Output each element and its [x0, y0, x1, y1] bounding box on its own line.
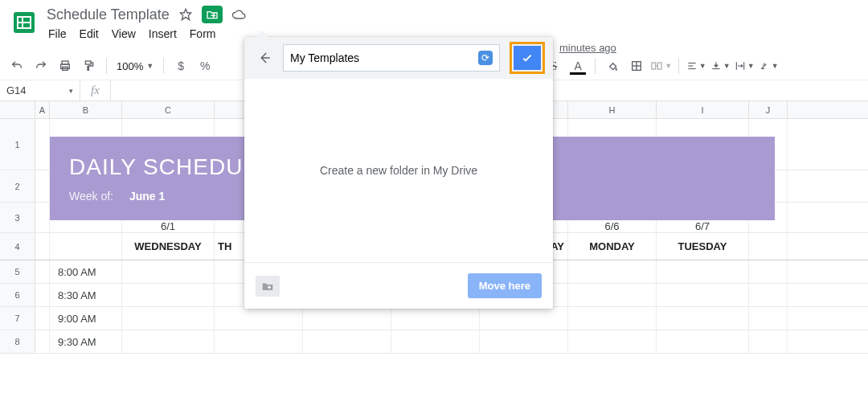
row-header[interactable]: 5	[0, 260, 35, 283]
text-color-button[interactable]: A	[567, 55, 588, 76]
toolbar-separator	[678, 58, 679, 74]
move-here-button[interactable]: Move here	[468, 273, 542, 298]
chevron-down-icon: ▼	[723, 62, 731, 70]
row-header[interactable]: 4	[0, 233, 35, 260]
move-file-popover: ⟳ Create a new folder in My Drive Move h…	[244, 37, 553, 309]
time-cell[interactable]: 8:00 AM	[50, 260, 122, 283]
toolbar-separator	[163, 58, 164, 74]
horizontal-align-button[interactable]: ▼	[686, 55, 706, 76]
text-rotation-button[interactable]: A▼	[758, 55, 779, 76]
folder-name-input-wrap: ⟳	[283, 44, 500, 72]
cloud-saved-icon[interactable]	[231, 6, 247, 23]
menu-view[interactable]: View	[112, 27, 136, 40]
folder-name-input[interactable]	[290, 51, 478, 64]
col-header[interactable]: C	[122, 101, 215, 118]
time-cell[interactable]: 9:00 AM	[50, 307, 122, 330]
zoom-value: 100%	[117, 60, 143, 72]
text-wrap-button[interactable]: ▼	[734, 55, 755, 76]
print-button[interactable]	[55, 55, 76, 76]
day-cell[interactable]: TUESDAY	[657, 233, 749, 260]
svg-marker-4	[180, 9, 190, 19]
menu-file[interactable]: File	[48, 27, 67, 40]
row-header[interactable]: 8	[0, 330, 35, 353]
toolbar-separator	[106, 58, 107, 74]
popover-body-text: Create a new folder in My Drive	[244, 79, 553, 262]
svg-rect-8	[85, 61, 91, 64]
toolbar-separator	[595, 58, 596, 74]
name-box[interactable]: G14 ▾	[0, 80, 80, 100]
fill-color-button[interactable]	[602, 55, 623, 76]
col-header[interactable]: A	[35, 101, 50, 118]
vertical-align-button[interactable]: ▼	[710, 55, 731, 76]
time-cell[interactable]: 9:30 AM	[50, 330, 122, 353]
chevron-down-icon: ▼	[665, 62, 672, 70]
sheets-logo	[8, 6, 40, 39]
banner-week-value: June 1	[129, 190, 165, 203]
confirm-highlight	[510, 42, 545, 74]
menu-bar: File Edit View Insert Form	[47, 27, 247, 40]
chevron-down-icon: ▼	[772, 62, 779, 70]
row-header[interactable]: 3	[0, 203, 35, 232]
star-icon[interactable]	[178, 6, 194, 23]
time-cell[interactable]: 8:30 AM	[50, 284, 122, 306]
row-header[interactable]: 7	[0, 307, 35, 330]
sync-badge-icon: ⟳	[478, 51, 493, 65]
popover-footer: Move here	[244, 262, 553, 309]
col-header[interactable]: J	[749, 101, 788, 118]
chevron-down-icon: ▼	[699, 62, 706, 70]
col-header[interactable]: H	[568, 101, 657, 118]
row-header[interactable]: 2	[0, 170, 35, 202]
format-percent-button[interactable]: %	[194, 55, 215, 76]
merge-cells-button[interactable]: ▼	[650, 55, 672, 76]
borders-button[interactable]	[626, 55, 647, 76]
menu-format[interactable]: Form	[190, 27, 216, 40]
back-button[interactable]	[252, 46, 276, 70]
svg-rect-13	[658, 63, 662, 69]
chevron-down-icon: ▾	[69, 87, 73, 95]
banner-week-label: Week of:	[69, 190, 113, 203]
chevron-down-icon: ▼	[146, 62, 154, 70]
doc-title[interactable]: Schedule Template	[47, 6, 170, 23]
popover-header: ⟳	[244, 37, 553, 79]
chevron-down-icon: ▼	[747, 62, 755, 70]
day-cell[interactable]: MONDAY	[568, 233, 657, 260]
select-all-corner[interactable]	[0, 101, 35, 118]
name-box-value: G14	[6, 84, 27, 96]
paint-format-button[interactable]	[79, 55, 100, 76]
zoom-select[interactable]: 100%▼	[113, 60, 157, 72]
svg-text:A: A	[762, 62, 765, 67]
svg-rect-12	[652, 63, 656, 69]
day-cell[interactable]: WEDNESDAY	[122, 233, 215, 260]
redo-button[interactable]	[31, 55, 51, 76]
move-to-folder-button[interactable]	[202, 6, 223, 23]
svg-rect-22	[268, 286, 271, 287]
col-header[interactable]: B	[50, 101, 122, 118]
menu-insert[interactable]: Insert	[149, 27, 177, 40]
title-block: Schedule Template File Edit View Insert …	[47, 5, 247, 40]
fx-icon: fx	[80, 80, 111, 100]
new-folder-button[interactable]	[256, 276, 280, 297]
confirm-folder-button[interactable]	[514, 46, 541, 70]
undo-button[interactable]	[6, 55, 27, 76]
col-header[interactable]: I	[657, 101, 749, 118]
row-header[interactable]: 1	[0, 119, 35, 170]
row-header[interactable]: 6	[0, 284, 35, 306]
menu-edit[interactable]: Edit	[80, 27, 99, 40]
format-currency-button[interactable]: $	[170, 55, 191, 76]
last-edit-link[interactable]: minutes ago	[559, 42, 616, 54]
